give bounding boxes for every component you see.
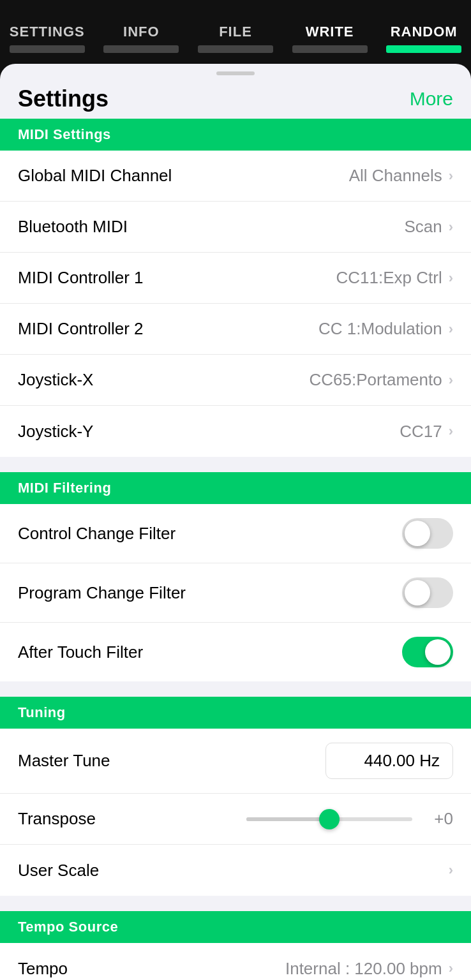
row-value-joystick-x: CC65:Portamento › [310,370,453,390]
transpose-slider-thumb [319,809,340,829]
transpose-slider-container: +0 [246,809,453,829]
row-value-joystick-y: CC17 › [400,422,453,442]
row-label-bluetooth-midi: Bluetooth MIDI [18,217,128,237]
row-value-bluetooth-midi: Scan › [404,217,453,237]
master-tune-input[interactable]: 440.00 Hz [325,743,453,779]
gap-3 [0,896,471,911]
chevron-icon-bluetooth-midi: › [449,219,453,235]
value-text-midi-controller-1: CC11:Exp Ctrl [336,268,442,288]
value-text-tempo: Internal : 120.00 bpm [285,959,442,979]
row-label-global-midi-channel: Global MIDI Channel [18,166,172,186]
row-midi-controller-1[interactable]: MIDI Controller 1 CC11:Exp Ctrl › [0,253,471,304]
row-value-midi-controller-1: CC11:Exp Ctrl › [336,268,453,288]
row-control-change-filter[interactable]: Control Change Filter [0,504,471,563]
chevron-icon-user-scale: › [449,862,453,879]
toggle-thumb-after-touch [425,639,451,665]
tab-settings-label: SETTINGS [10,24,85,40]
tab-settings-indicator [10,45,85,53]
settings-modal: Settings More MIDI Settings Global MIDI … [0,64,471,980]
value-text-joystick-x: CC65:Portamento [310,370,442,390]
section-header-midi-settings: MIDI Settings [0,119,471,151]
row-label-joystick-y: Joystick-Y [18,422,93,442]
tab-random-indicator [386,45,461,53]
toggle-thumb-program-change [405,580,430,605]
row-label-tempo: Tempo [18,959,68,979]
row-joystick-y[interactable]: Joystick-Y CC17 › [0,406,471,457]
midi-settings-list: Global MIDI Channel All Channels › Bluet… [0,151,471,457]
section-header-tempo-source: Tempo Source [0,911,471,943]
row-user-scale[interactable]: User Scale › [0,845,471,896]
tab-random-label: RANDOM [391,24,458,40]
transpose-slider-track[interactable] [246,817,412,821]
modal-overlay: Settings More MIDI Settings Global MIDI … [0,64,471,980]
row-master-tune: Master Tune 440.00 Hz [0,729,471,794]
tempo-source-list: Tempo Internal : 120.00 bpm › [0,943,471,980]
row-label-joystick-x: Joystick-X [18,370,93,390]
modal-header: Settings More [0,75,471,119]
midi-filtering-list: Control Change Filter Program Change Fil… [0,504,471,681]
modal-more-button[interactable]: More [410,88,453,110]
gap-2 [0,681,471,697]
tab-write-label: WRITE [306,24,354,40]
section-header-tuning: Tuning [0,697,471,729]
chevron-icon-joystick-y: › [449,423,453,440]
value-text-joystick-y: CC17 [400,422,442,442]
row-label-midi-controller-1: MIDI Controller 1 [18,268,144,288]
row-value-global-midi-channel: All Channels › [349,166,453,186]
row-label-master-tune: Master Tune [18,751,110,771]
row-after-touch-filter[interactable]: After Touch Filter [0,623,471,681]
row-value-tempo: Internal : 120.00 bpm › [285,959,453,979]
tab-file-indicator [198,45,273,53]
row-program-change-filter[interactable]: Program Change Filter [0,563,471,623]
row-global-midi-channel[interactable]: Global MIDI Channel All Channels › [0,151,471,202]
tab-file-label: FILE [219,24,252,40]
tab-info-label: INFO [123,24,160,40]
row-joystick-x[interactable]: Joystick-X CC65:Portamento › [0,355,471,406]
tab-info-indicator [103,45,179,53]
row-value-midi-controller-2: CC 1:Modulation › [318,319,453,339]
row-tempo[interactable]: Tempo Internal : 120.00 bpm › [0,943,471,980]
transpose-slider-fill [246,817,329,821]
row-bluetooth-midi[interactable]: Bluetooth MIDI Scan › [0,202,471,253]
toggle-thumb-control-change [405,521,430,546]
row-label-user-scale: User Scale [18,861,99,880]
row-label-midi-controller-2: MIDI Controller 2 [18,319,144,339]
row-label-after-touch-filter: After Touch Filter [18,642,143,662]
toggle-program-change-filter[interactable] [402,577,453,608]
gap-1 [0,457,471,472]
row-midi-controller-2[interactable]: MIDI Controller 2 CC 1:Modulation › [0,304,471,355]
chevron-icon-midi-controller-1: › [449,270,453,286]
row-transpose: Transpose +0 [0,794,471,845]
toggle-after-touch-filter[interactable] [402,637,453,667]
chevron-icon-tempo: › [449,960,453,977]
row-label-control-change-filter: Control Change Filter [18,524,176,544]
tuning-list: Master Tune 440.00 Hz Transpose +0 User … [0,729,471,896]
section-header-midi-filtering: MIDI Filtering [0,472,471,504]
chevron-icon-global-midi-channel: › [449,168,453,184]
toggle-control-change-filter[interactable] [402,518,453,549]
chevron-icon-joystick-x: › [449,372,453,389]
value-text-global-midi-channel: All Channels [349,166,442,186]
row-value-user-scale: › [449,862,453,879]
chevron-icon-midi-controller-2: › [449,321,453,338]
row-label-transpose: Transpose [18,809,96,829]
value-text-midi-controller-2: CC 1:Modulation [318,319,442,339]
row-label-program-change-filter: Program Change Filter [18,583,186,603]
tab-write-indicator [292,45,368,53]
transpose-value: +0 [421,809,453,829]
modal-title: Settings [18,85,108,112]
value-text-bluetooth-midi: Scan [404,217,442,237]
